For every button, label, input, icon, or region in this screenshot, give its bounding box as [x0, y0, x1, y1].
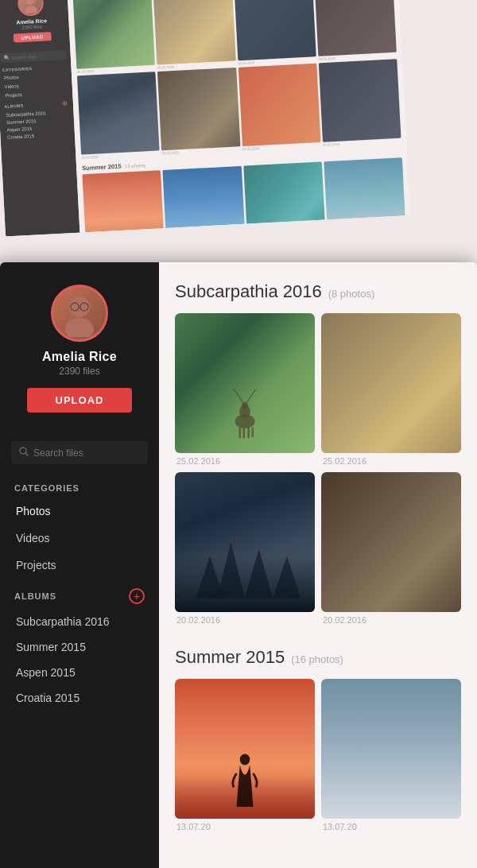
fg-nav-projects[interactable]: Projects — [0, 552, 159, 579]
svg-point-0 — [26, 0, 35, 5]
svg-marker-23 — [217, 542, 245, 598]
svg-point-11 — [242, 402, 248, 409]
photo-girl-img — [175, 679, 315, 819]
album1-header: Subcarpathia 2016 (8 photos) — [175, 281, 461, 302]
album-section-summer: Summer 2015 (16 photos) — [175, 647, 461, 831]
bg-add-album-icon[interactable]: ⊕ — [62, 99, 68, 107]
svg-point-7 — [20, 448, 26, 454]
svg-marker-25 — [273, 556, 301, 599]
fg-albums-header: ALBUMS + — [0, 579, 159, 609]
photo-item-winter[interactable]: 13.07.20 — [321, 679, 461, 831]
photo-winter-img — [321, 679, 461, 819]
fg-album-aspen[interactable]: Aspen 2015 — [0, 660, 159, 685]
background-panel: Amelia Rice 2390 files UPLOAD 🔍 Search f… — [0, 0, 410, 237]
bg-thumb-deer[interactable] — [72, 0, 155, 69]
bg-thumb-forest2[interactable] — [77, 72, 160, 154]
fg-album-croatia[interactable]: Croatia 2015 — [0, 685, 159, 711]
bg-albums-label: ALBUMS — [4, 103, 24, 108]
photo-deer-date: 25.02.2016 — [175, 456, 315, 466]
photo-item-girl[interactable]: 13.07.20 — [175, 679, 315, 831]
bg-sidebar: Amelia Rice 2390 files UPLOAD 🔍 Search f… — [0, 0, 80, 237]
photo-item-forest[interactable]: 20.02.2016 — [175, 472, 315, 625]
bg-thumb-dark[interactable] — [314, 0, 397, 56]
photo-cabin-date: 20.02.2016 — [321, 615, 461, 625]
bg-thumb-item: 11.07.2015 — [243, 161, 326, 233]
photo-girl-date: 13.07.20 — [175, 822, 315, 831]
fg-main-content: Subcarpathia 2016 (8 photos) — [159, 262, 477, 868]
album2-title: Summer 2015 — [175, 647, 285, 668]
foreground-panel: Amelia Rice 2390 files UPLOAD CATEGORIES… — [0, 262, 477, 868]
album2-count: (16 photos) — [291, 653, 343, 665]
album1-count: (8 photos) — [328, 288, 375, 300]
svg-rect-12 — [239, 428, 242, 439]
bg-avatar-area: Amelia Rice 2390 files UPLOAD — [0, 0, 70, 51]
bg-search-box: 🔍 Search files — [0, 50, 67, 63]
fg-user-name: Amelia Rice — [42, 350, 117, 364]
bg-thumb-beach[interactable] — [324, 157, 406, 233]
bg-user-files: 2390 files — [21, 24, 42, 29]
photo-forest-img — [175, 472, 315, 612]
bg-search-placeholder: Search files — [12, 54, 37, 60]
bg-content: Subcarpathia 2016 8 photos 25.02.2016 25… — [67, 0, 411, 233]
svg-rect-14 — [248, 428, 250, 439]
album2-photo-grid: 13.07.20 13.07.20 — [175, 679, 461, 831]
bg-thumb-warm[interactable] — [238, 64, 320, 146]
fg-album-subcarpathia[interactable]: Subcarpathia 2016 — [0, 609, 159, 634]
svg-marker-24 — [245, 549, 273, 599]
album2-header: Summer 2015 (16 photos) — [175, 647, 461, 668]
bg-thumb-teal[interactable] — [243, 161, 326, 233]
photo-item-deer[interactable]: 25.02.2016 — [175, 313, 315, 466]
fg-nav-videos[interactable]: Videos — [0, 525, 159, 552]
bg-avatar — [17, 0, 45, 17]
photo-item-cabin[interactable]: 20.02.2016 — [321, 472, 461, 625]
bg-thumb-tree[interactable] — [153, 0, 236, 65]
bg-photo-grid-2: 20.02.2016 30.02.2016 28.02.2016 25.02.2… — [77, 59, 401, 159]
bg-thumb-item: 20.07.2015 — [324, 157, 406, 233]
fg-albums-label: ALBUMS — [14, 591, 56, 601]
photo-tree-img — [321, 313, 461, 453]
bg-thumb-water[interactable] — [163, 165, 246, 232]
bg-thumb-item: 23.02.2016 — [314, 0, 397, 61]
svg-rect-13 — [243, 428, 246, 439]
bg-album2-count: 16 photos — [125, 162, 145, 168]
svg-point-3 — [65, 318, 94, 337]
fg-search-box[interactable] — [11, 441, 148, 464]
bg-thumb-girl[interactable] — [82, 170, 165, 233]
album-section-subcarpathia: Subcarpathia 2016 (8 photos) — [175, 281, 461, 625]
bg-thumb-item: 13.07.2015 — [82, 170, 165, 233]
bg-thumb-kitchen[interactable] — [319, 59, 401, 141]
fg-avatar — [51, 285, 108, 342]
fg-user-files: 2390 files — [59, 366, 99, 377]
fg-album-summer[interactable]: Summer 2015 — [0, 634, 159, 660]
svg-line-16 — [237, 393, 243, 402]
svg-point-26 — [240, 754, 250, 765]
bg-thumb-item: 25.02.2016 — [319, 59, 401, 146]
album1-photo-grid: 25.02.2016 25.02.2016 — [175, 313, 461, 625]
fg-upload-button[interactable]: UPLOAD — [27, 388, 133, 413]
bg-album2-title: Summer 2015 — [82, 162, 122, 171]
bg-thumb-item: 15.07.2015 — [163, 165, 246, 232]
fg-add-circle-icon: + — [129, 588, 145, 604]
bg-thumb-cabin[interactable] — [157, 68, 240, 150]
bg-thumb-item: 25.02.2016 — [153, 0, 236, 70]
photo-deer-img — [175, 313, 315, 453]
fg-categories-label: CATEGORIES — [0, 475, 159, 498]
bg-thumb-item: 25.02.2016 — [72, 0, 155, 74]
fg-sidebar: Amelia Rice 2390 files UPLOAD CATEGORIES… — [0, 262, 159, 868]
fg-nav-photos[interactable]: Photos — [0, 498, 159, 525]
fg-avatar-area: Amelia Rice 2390 files UPLOAD — [0, 262, 159, 436]
svg-line-19 — [247, 393, 254, 402]
album1-title: Subcarpathia 2016 — [175, 281, 322, 302]
bg-thumb-item: 28.02.2016 — [238, 64, 320, 151]
bg-thumb-forest[interactable]: 5:40 PM f/9 1/250 ISO 400 — [234, 0, 316, 60]
fg-search-input[interactable] — [33, 448, 153, 459]
photo-item-tree[interactable]: 25.02.2016 — [321, 313, 461, 466]
photo-tree-date: 25.02.2016 — [321, 456, 461, 466]
fg-add-album-button[interactable]: + — [129, 588, 145, 604]
bg-thumb-item: 30.02.2016 — [157, 68, 240, 155]
bg-upload-button[interactable]: UPLOAD — [13, 32, 52, 43]
svg-line-8 — [26, 454, 29, 456]
photo-winter-date: 13.07.20 — [321, 822, 461, 831]
svg-point-1 — [25, 6, 37, 14]
photo-forest-date: 20.02.2016 — [175, 615, 315, 625]
